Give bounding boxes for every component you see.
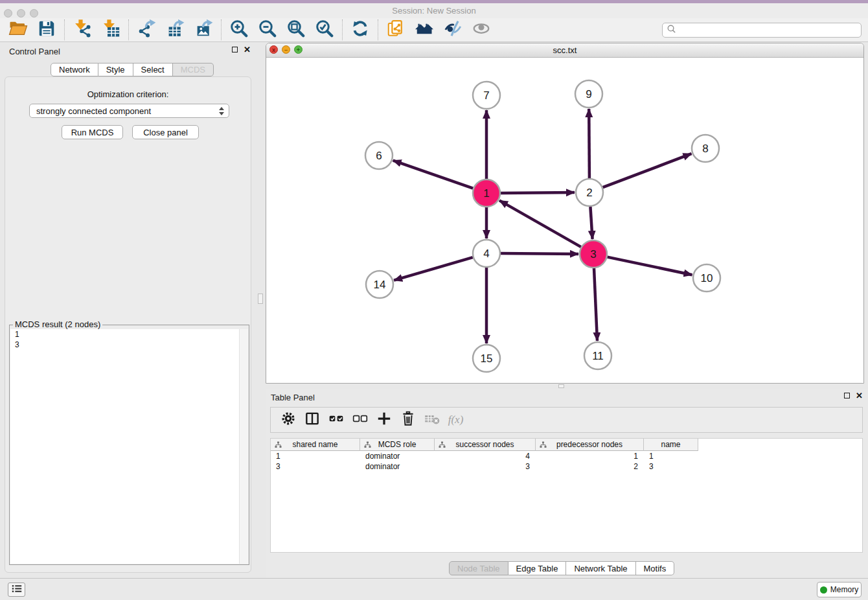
unselect-all-columns-icon [352,410,369,430]
graph-edge-1-2[interactable] [501,192,575,193]
hide-details-button[interactable] [439,19,467,41]
save-session-icon [37,19,56,41]
graph-node-2[interactable]: 2 [576,179,603,206]
function-builder-icon: f(x) [448,413,464,426]
graph-edge-2-9[interactable] [589,109,589,178]
show-columns-button[interactable] [300,410,324,430]
control-panel-tabs: NetworkStyleSelectMCDS [51,63,214,76]
tab-network[interactable]: Network [51,63,98,76]
graph-node-6[interactable]: 6 [365,142,393,169]
close-panel-button[interactable]: Close panel [132,125,199,139]
panel-vertical-divider[interactable] [256,43,266,578]
tab-style[interactable]: Style [98,63,133,76]
refresh-layout-button[interactable] [346,19,374,41]
tab-node-table[interactable]: Node Table [449,561,508,575]
zoom-fit-button[interactable] [282,19,310,41]
graph-node-11[interactable]: 11 [584,342,611,369]
task-history-button[interactable] [8,583,25,597]
optimization-criterion-select[interactable]: strongly connected component [29,104,229,118]
graph-edge-4-3[interactable] [501,253,578,254]
float-panel-icon[interactable] [232,47,238,52]
minimize-window-icon[interactable] [17,9,25,17]
graph-node-7[interactable]: 7 [473,82,500,109]
close-panel-icon[interactable]: ✕ [856,392,863,399]
float-panel-icon[interactable] [844,393,850,398]
graph-node-10[interactable]: 10 [693,264,720,292]
export-image-button[interactable] [189,19,218,41]
result-scrollbar[interactable] [239,329,248,564]
export-table-icon [165,19,185,41]
panel-horizontal-divider[interactable] [266,384,868,389]
column-type-icon [540,441,547,450]
birds-eye-view-button[interactable] [467,19,496,41]
node-table: shared nameMCDS rolesuccessor nodesprede… [270,438,863,553]
search-input[interactable] [676,23,861,36]
home-button[interactable] [410,19,439,41]
close-window-icon[interactable] [4,9,12,17]
zoom-in-button[interactable] [225,19,253,41]
tab-motifs[interactable]: Motifs [636,561,675,575]
graph-edge-2-3[interactable] [590,207,592,239]
table-row[interactable]: 1dominator411 [271,451,698,461]
graph-node-1[interactable]: 1 [473,179,500,207]
create-column-icon [376,410,393,430]
export-network-button[interactable] [132,19,161,41]
tab-select[interactable]: Select [133,63,173,76]
table-row[interactable]: 3dominator323 [271,461,698,472]
memory-button[interactable]: Memory [817,582,862,597]
graph-node-4[interactable]: 4 [473,240,500,267]
close-network-icon[interactable]: x [269,45,278,54]
mcds-result-list[interactable]: 13 [10,329,248,564]
select-all-columns-button[interactable] [324,410,348,430]
network-window-titlebar[interactable]: x–+ scc.txt [266,43,863,58]
divider-grip[interactable] [258,294,263,304]
graph-node-9[interactable]: 9 [575,80,602,108]
zoom-window-icon[interactable] [30,9,38,17]
graph-node-14[interactable]: 14 [366,271,393,298]
graph-node-8[interactable]: 8 [692,135,719,162]
graph-edge-4-14[interactable] [394,257,473,281]
minimize-network-icon[interactable]: – [282,45,290,54]
zoom-selected-button[interactable] [310,19,339,41]
svg-text:9: 9 [586,88,591,100]
svg-text:3: 3 [590,248,596,260]
network-graph-canvas[interactable]: 1234678910111415 [266,58,863,384]
column-header-shared-name[interactable]: shared name [271,439,360,451]
graph-node-15[interactable]: 15 [473,345,500,372]
import-table-button[interactable] [97,19,125,41]
table-cell: 1 [536,451,644,461]
graph-edge-2-8[interactable] [603,154,692,187]
attribute-settings-gear-button[interactable] [276,410,300,430]
graph-node-3[interactable]: 3 [580,240,607,268]
column-header-predecessor-nodes[interactable]: predecessor nodes [536,439,644,451]
tab-mcds[interactable]: MCDS [173,63,214,76]
tab-edge-table[interactable]: Edge Table [508,561,567,575]
graph-edge-3-10[interactable] [608,257,692,275]
window-traffic-lights[interactable] [4,9,38,17]
column-header-MCDS-role[interactable]: MCDS role [360,439,435,451]
delete-column-button[interactable] [396,410,420,430]
svg-text:2: 2 [586,187,592,199]
zoom-out-button[interactable] [253,19,282,41]
column-header-name[interactable]: name [644,439,698,451]
graph-edge-1-6[interactable] [393,161,474,189]
graph-edge-3-11[interactable] [594,268,597,341]
divider-grip[interactable] [558,384,564,388]
maximize-network-icon[interactable]: + [294,45,303,54]
memory-button-label: Memory [830,585,858,594]
search-box[interactable] [662,23,862,38]
tab-network-table[interactable]: Network Table [566,561,635,575]
table-cell: 4 [435,451,536,461]
open-session-button[interactable] [4,19,32,41]
graph-edge-3-1[interactable] [499,200,581,247]
export-table-button[interactable] [161,19,189,41]
column-header-successor-nodes[interactable]: successor nodes [435,439,536,451]
unselect-all-columns-button[interactable] [348,410,372,430]
save-session-button[interactable] [32,19,61,41]
network-document-button[interactable] [382,19,410,41]
create-column-button[interactable] [372,410,396,430]
import-network-button[interactable] [68,19,97,41]
close-panel-icon[interactable]: ✕ [244,46,251,53]
network-window-controls[interactable]: x–+ [269,45,303,54]
run-mcds-button[interactable]: Run MCDS [62,125,123,139]
